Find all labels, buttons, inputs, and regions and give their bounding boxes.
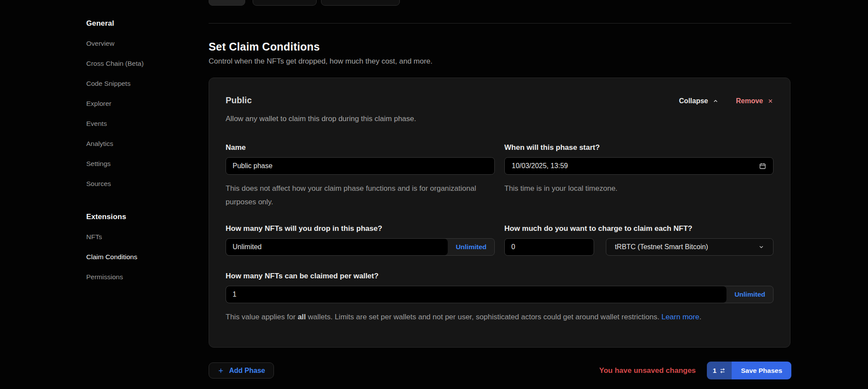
sidebar-heading-general: General [86, 19, 186, 28]
remove-button[interactable]: Remove [736, 97, 773, 105]
add-phase-label: Add Phase [229, 367, 265, 375]
section-divider [209, 23, 791, 24]
chevron-down-icon [758, 244, 764, 250]
claim-conditions-footer: Add Phase You have unsaved changes 1 Sav… [209, 362, 791, 379]
close-icon [767, 98, 773, 104]
per-wallet-helper-text: This value applies for all wallets. Limi… [226, 310, 773, 324]
collapse-button[interactable]: Collapse [679, 97, 719, 105]
phase-card-heading: Public Allow any wallet to claim this dr… [226, 95, 416, 123]
supply-unlimited-button[interactable]: Unlimited [448, 243, 494, 251]
save-phases-button[interactable]: Save Phases [732, 362, 791, 379]
phase-card-actions: Collapse Remove [679, 97, 773, 105]
sidebar-item-nfts[interactable]: NFTs [86, 233, 186, 241]
per-wallet-field-group: How many NFTs can be claimed per wallet?… [226, 272, 773, 324]
currency-select[interactable]: tRBTC (Testnet Smart Bitcoin) [606, 238, 773, 256]
sidebar-item-code-snippets[interactable]: Code Snippets [86, 79, 186, 88]
save-split-button: 1 Save Phases [707, 362, 791, 379]
per-wallet-label: How many NFTs can be claimed per wallet? [226, 272, 773, 281]
page-subtitle: Control when the NFTs get dropped, how m… [209, 57, 432, 66]
helper-bold: all [297, 313, 306, 321]
sidebar-item-cross-chain[interactable]: Cross Chain (Beta) [86, 59, 186, 68]
helper-prefix: This value applies for [226, 313, 297, 321]
add-phase-button[interactable]: Add Phase [209, 362, 274, 379]
supply-input-value: Unlimited [233, 243, 262, 251]
contract-address-label: 0xeDe...4d6e5 [269, 0, 309, 1]
chevron-up-icon [713, 98, 719, 104]
name-field-group: Name Public phase This does not affect h… [226, 143, 495, 209]
per-wallet-input-group: 1 Unlimited [226, 286, 773, 303]
contract-sidebar: General Overview Cross Chain (Beta) Code… [86, 19, 186, 293]
supply-input-group: Unlimited Unlimited [226, 238, 495, 256]
calendar-icon[interactable] [759, 162, 766, 169]
name-helper-text: This does not affect how your claim phas… [226, 182, 495, 209]
transaction-count-value: 1 [713, 367, 717, 375]
price-amount-input[interactable]: 0 [504, 238, 594, 256]
sidebar-item-sources[interactable]: Sources [86, 179, 186, 188]
name-input[interactable]: Public phase [226, 157, 495, 175]
sidebar-section-gap [86, 200, 186, 213]
price-amount-value: 0 [511, 243, 515, 251]
name-label: Name [226, 143, 495, 152]
phase-description: Allow any wallet to claim this drop duri… [226, 115, 416, 123]
remove-label: Remove [736, 97, 763, 105]
page-title: Set Claim Conditions [209, 41, 320, 53]
price-field-group: How much do you want to charge to claim … [504, 224, 773, 256]
block-explorer-label: Rootstock Blockscout [327, 0, 392, 1]
supply-input[interactable]: Unlimited [226, 239, 448, 255]
block-explorer-tag[interactable]: Rootstock Blockscout [321, 0, 400, 6]
sidebar-item-claim-conditions[interactable]: Claim Conditions [86, 253, 186, 261]
claim-phase-card: Public Allow any wallet to claim this dr… [209, 78, 790, 348]
sidebar-item-settings[interactable]: Settings [86, 159, 186, 168]
clipped-header-button[interactable] [209, 0, 245, 6]
start-time-field-group: When will this phase start? 10/03/2025, … [504, 143, 773, 209]
per-wallet-input-value: 1 [233, 291, 236, 298]
currency-selected-value: tRBTC (Testnet Smart Bitcoin) [615, 243, 708, 251]
start-time-value: 10/03/2025, 13:59 [512, 162, 568, 170]
start-time-label: When will this phase start? [504, 143, 773, 152]
sidebar-item-events[interactable]: Events [86, 119, 186, 128]
per-wallet-unlimited-button[interactable]: Unlimited [726, 291, 773, 298]
price-label: How much do you want to charge to claim … [504, 224, 773, 233]
contract-address-tag[interactable]: 0xeDe...4d6e5 [253, 0, 317, 6]
unsaved-changes-text: You have unsaved changes [599, 366, 696, 375]
sidebar-item-analytics[interactable]: Analytics [86, 139, 186, 148]
supply-field-group: How many NFTs will you drop in this phas… [226, 224, 495, 256]
copy-icon [259, 0, 265, 0]
start-time-input[interactable]: 10/03/2025, 13:59 [504, 157, 773, 175]
name-input-value: Public phase [233, 162, 273, 170]
helper-end: . [699, 313, 702, 321]
learn-more-link[interactable]: Learn more [662, 313, 699, 321]
main-content: 0xeDe...4d6e5 Rootstock Blockscout Set C… [209, 0, 791, 389]
plus-icon [217, 367, 224, 374]
sidebar-item-overview[interactable]: Overview [86, 39, 186, 47]
sidebar-heading-extensions: Extensions [86, 213, 186, 221]
phase-title: Public [226, 95, 416, 105]
helper-suffix: wallets. Limits are set per wallets and … [306, 313, 661, 321]
swap-arrows-icon [719, 368, 726, 374]
per-wallet-input[interactable]: 1 [226, 286, 726, 303]
sidebar-item-explorer[interactable]: Explorer [86, 99, 186, 108]
start-time-helper-text: This time is in your local timezone. [504, 182, 773, 195]
sidebar-item-permissions[interactable]: Permissions [86, 273, 186, 281]
supply-label: How many NFTs will you drop in this phas… [226, 224, 495, 233]
transaction-count-button[interactable]: 1 [707, 362, 732, 379]
save-phases-label: Save Phases [741, 367, 782, 375]
collapse-label: Collapse [679, 97, 708, 105]
